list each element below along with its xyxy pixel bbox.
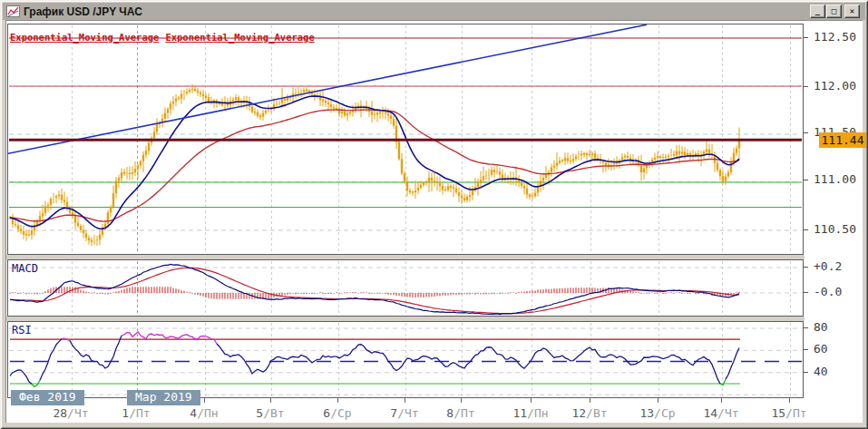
x-axis-label: 1/Пт [107,406,165,420]
y-axis-tick [803,267,808,268]
month-badge: Мар 2019 [127,390,200,405]
x-axis-tick [405,398,405,403]
macd-pane-label: MACD [12,262,38,275]
y-axis-tick [803,37,808,38]
macd-chart-canvas [8,260,803,316]
window-controls: _ □ ✕ [809,5,860,18]
y-axis-label: 112.00 [814,79,856,93]
ema-indicator-label-2[interactable]: Exponential_Moving_Average [165,32,314,43]
x-axis-tick [721,398,722,403]
x-axis-tick [789,398,790,403]
x-axis-tick [337,398,338,403]
y-axis-tick [803,132,808,133]
rsi-chart-canvas [8,322,803,397]
y-axis-label: 60 [814,342,828,356]
x-axis-label: 15/Пт [760,406,818,420]
y-axis-label: 40 [814,365,828,378]
x-axis-label: 6/Ср [308,406,366,420]
y-axis-tick [803,292,808,293]
price-chart-canvas [8,24,803,254]
last-price-tag: 111.44 [819,132,866,148]
y-axis-label: 80 [814,320,828,334]
x-axis-label: 11/Пн [502,406,560,420]
minimize-button[interactable]: _ [810,5,825,18]
x-axis-label: 5/Вт [241,406,299,420]
y-axis-tick [803,180,808,180]
y-axis-label: +0.2 [814,259,842,273]
x-axis-label: 28/Чт [42,406,100,420]
x-axis-label: 13/Ср [629,406,687,420]
ema-indicator-label-1[interactable]: Exponential_Moving_Average [10,32,159,43]
y-axis-tick [803,349,808,350]
close-button[interactable]: ✕ [844,5,860,18]
chart-window: График USD /JPY ЧАС _ □ ✕ Exponential_Mo… [0,0,868,429]
y-axis-tick [803,86,808,87]
chart-app-icon [6,5,20,17]
y-axis-tick [803,327,808,328]
macd-pane[interactable] [7,259,804,317]
x-axis-tick [531,398,532,403]
month-badge: Фев 2019 [11,390,84,405]
x-axis-tick [590,398,590,403]
x-axis-label: 12/Вт [561,406,619,420]
y-axis-label: 111.00 [814,172,856,186]
x-axis-label: 4/Пн [175,406,233,420]
y-axis-label: 110.50 [814,222,856,236]
y-axis-label: -0.0 [814,285,842,298]
x-axis-tick [204,398,205,403]
maximize-button[interactable]: □ [826,5,842,18]
y-axis-tick [803,372,808,373]
rsi-pane[interactable] [7,321,804,398]
indicator-legend: Exponential_Moving_AverageExponential_Mo… [10,28,321,44]
x-axis-label: 14/Чт [692,406,750,420]
x-axis-label: 7/Чт [375,406,434,420]
window-title: График USD /JPY ЧАС [24,5,142,18]
x-axis-tick [658,398,658,403]
rsi-pane-label: RSI [12,324,32,336]
price-pane[interactable] [7,24,804,255]
x-axis-tick [461,398,462,403]
y-axis-label: 112.50 [814,30,856,44]
window-titlebar[interactable]: График USD /JPY ЧАС _ □ ✕ [3,3,865,20]
x-axis-label: 8/Пт [432,406,490,420]
x-axis-tick [270,398,271,403]
y-axis-tick [803,229,808,230]
